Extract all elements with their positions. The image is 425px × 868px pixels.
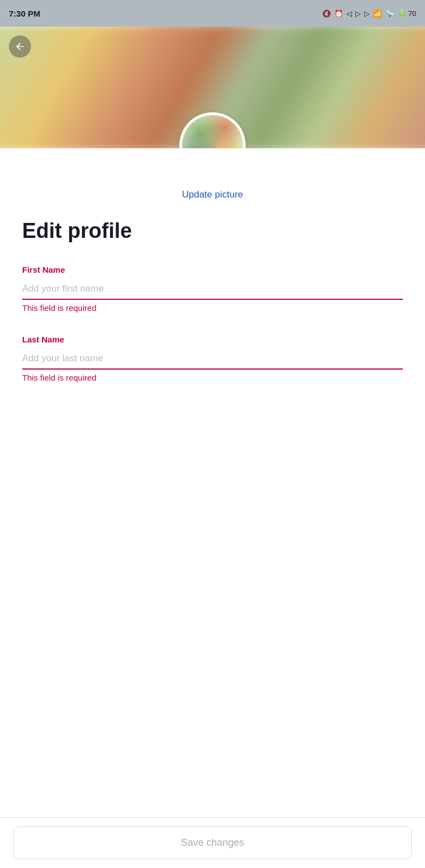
location-icon: ◁ [346, 9, 352, 18]
play-icon-2: ▷ [364, 9, 370, 18]
first-name-group: First Name This field is required [22, 265, 403, 313]
last-name-error: This field is required [22, 373, 403, 382]
avatar: born to be free! [182, 115, 243, 148]
avatar-container: born to be free! [179, 112, 246, 148]
status-icons: 🔇 ⏰ ◁ ▷ ▷ 📶 📡 🔋 70 [322, 9, 416, 18]
save-button[interactable]: Save changes [13, 827, 412, 859]
play-icon-1: ▷ [355, 9, 361, 18]
save-footer: Save changes [0, 817, 425, 868]
status-time: 7:30 PM [9, 9, 40, 18]
status-bar: 7:30 PM 🔇 ⏰ ◁ ▷ ▷ 📶 📡 🔋 70 [0, 0, 425, 27]
avatar-ring: born to be free! [179, 112, 246, 148]
last-name-group: Last Name This field is required [22, 335, 403, 382]
back-button[interactable] [9, 35, 31, 58]
signal-icon: 📶 [373, 9, 382, 18]
first-name-error: This field is required [22, 303, 403, 313]
first-name-label: First Name [22, 265, 403, 274]
last-name-input[interactable] [22, 349, 403, 370]
mute-icon: 🔇 [322, 9, 331, 18]
last-name-label: Last Name [22, 335, 403, 344]
avatar-art: born to be free! [182, 115, 243, 148]
battery-icon: 🔋 70 [397, 9, 416, 18]
back-arrow-icon [14, 41, 25, 52]
update-picture-button[interactable]: Update picture [182, 187, 243, 202]
wifi-icon: 📡 [385, 9, 394, 18]
main-content: Update picture Edit profile First Name T… [0, 148, 425, 471]
hero-banner: born to be free! [0, 27, 425, 148]
page-title: Edit profile [22, 219, 403, 243]
first-name-input[interactable] [22, 279, 403, 300]
alarm-icon: ⏰ [334, 9, 343, 18]
